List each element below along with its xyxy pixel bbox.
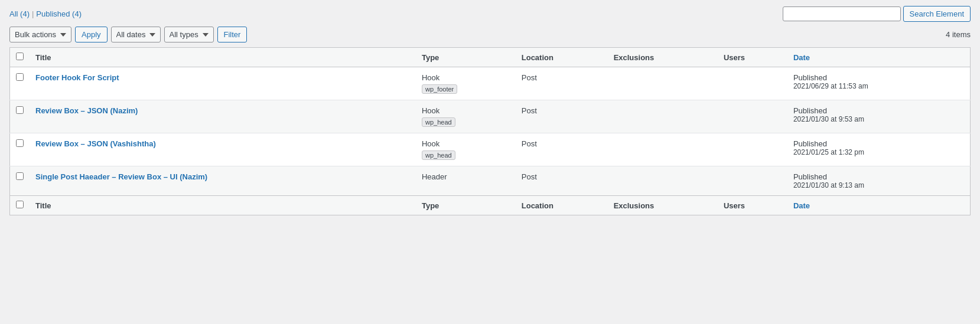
- search-input[interactable]: [783, 6, 901, 21]
- filter-button[interactable]: Filter: [217, 27, 248, 42]
- bulk-actions-select[interactable]: Bulk actions: [9, 27, 71, 42]
- row-date: Published2021/01/25 at 1:32 pm: [787, 133, 971, 166]
- row-checkbox-cell: [10, 100, 30, 133]
- header-checkbox-cell: [10, 48, 30, 67]
- row-date-status: Published: [793, 73, 964, 82]
- header-users: Users: [718, 48, 787, 67]
- all-dates-select[interactable]: All dates: [111, 27, 161, 42]
- page-wrap: All (4) | Published (4) Search Element B…: [0, 0, 980, 324]
- row-date-value: 2021/01/30 at 9:13 am: [793, 181, 964, 189]
- table-row: Review Box – JSON (Vashishtha)Hookwp_hea…: [10, 133, 971, 166]
- apply-button[interactable]: Apply: [75, 27, 108, 42]
- row-date: Published2021/01/30 at 9:13 am: [787, 166, 971, 196]
- table-header-row: Title Type Location Exclusions Users Dat…: [10, 48, 971, 67]
- row-date-status: Published: [793, 172, 964, 181]
- filter-published-count: (4): [72, 9, 82, 18]
- footer-date: Date: [787, 196, 971, 215]
- row-users: [718, 166, 787, 196]
- row-location: Post: [516, 67, 608, 100]
- row-type-label: Hook: [422, 106, 439, 115]
- footer-users: Users: [718, 196, 787, 215]
- row-checkbox[interactable]: [16, 73, 24, 81]
- toolbar: Bulk actions Apply All dates All types F…: [9, 27, 971, 42]
- header-date: Date: [787, 48, 971, 67]
- row-checkbox[interactable]: [16, 106, 24, 114]
- row-date-value: 2021/06/29 at 11:53 am: [793, 82, 964, 90]
- table-row: Footer Hook For ScriptHookwp_footerPostP…: [10, 67, 971, 100]
- row-exclusions: [608, 67, 718, 100]
- row-location: Post: [516, 133, 608, 166]
- row-users: [718, 133, 787, 166]
- row-type: Hookwp_head: [416, 100, 516, 133]
- row-type-label: Hook: [422, 139, 439, 148]
- footer-location: Location: [516, 196, 608, 215]
- footer-type: Type: [416, 196, 516, 215]
- row-date: Published2021/06/29 at 11:53 am: [787, 67, 971, 100]
- hook-tag-badge: wp_head: [422, 150, 455, 160]
- filter-all-count: (4): [20, 9, 30, 18]
- row-title: Review Box – JSON (Nazim): [30, 100, 416, 133]
- row-title-link[interactable]: Single Post Haeader – Review Box – UI (N…: [35, 172, 207, 181]
- filter-published-link[interactable]: Published (4): [36, 9, 82, 18]
- table-row: Single Post Haeader – Review Box – UI (N…: [10, 166, 971, 196]
- row-exclusions: [608, 166, 718, 196]
- row-type: Hookwp_footer: [416, 67, 516, 100]
- row-checkbox-cell: [10, 166, 30, 196]
- row-checkbox[interactable]: [16, 172, 24, 180]
- row-location: Post: [516, 100, 608, 133]
- row-date-value: 2021/01/25 at 1:32 pm: [793, 148, 964, 156]
- all-types-select[interactable]: All types: [164, 27, 214, 42]
- row-checkbox[interactable]: [16, 139, 24, 147]
- header-location: Location: [516, 48, 608, 67]
- row-location: Post: [516, 166, 608, 196]
- table-row: Review Box – JSON (Nazim)Hookwp_headPost…: [10, 100, 971, 133]
- header-exclusions: Exclusions: [608, 48, 718, 67]
- select-all-checkbox[interactable]: [16, 53, 24, 60]
- elements-table: Title Type Location Exclusions Users Dat…: [9, 47, 971, 215]
- row-users: [718, 67, 787, 100]
- filter-published-label: Published: [36, 9, 70, 18]
- row-type-label: Hook: [422, 73, 439, 82]
- row-type: Header: [416, 166, 516, 196]
- hook-tag-badge: wp_footer: [422, 84, 457, 94]
- row-checkbox-cell: [10, 133, 30, 166]
- row-title: Single Post Haeader – Review Box – UI (N…: [30, 166, 416, 196]
- row-type-label: Header: [422, 172, 447, 181]
- header-title: Title: [30, 48, 416, 67]
- search-element-button[interactable]: Search Element: [903, 6, 971, 22]
- row-title-link[interactable]: Review Box – JSON (Vashishtha): [35, 139, 156, 148]
- row-date-status: Published: [793, 106, 964, 115]
- footer-exclusions: Exclusions: [608, 196, 718, 215]
- filter-sep: |: [32, 9, 34, 18]
- row-title: Review Box – JSON (Vashishtha): [30, 133, 416, 166]
- footer-checkbox-cell: [10, 196, 30, 215]
- row-title-link[interactable]: Review Box – JSON (Nazim): [35, 106, 138, 115]
- row-type: Hookwp_head: [416, 133, 516, 166]
- filter-links: All (4) | Published (4): [9, 9, 82, 18]
- row-exclusions: [608, 133, 718, 166]
- search-box-area: Search Element: [783, 6, 971, 22]
- table-body: Footer Hook For ScriptHookwp_footerPostP…: [10, 67, 971, 196]
- row-date: Published2021/01/30 at 9:53 am: [787, 100, 971, 133]
- header-type: Type: [416, 48, 516, 67]
- row-checkbox-cell: [10, 67, 30, 100]
- table-footer-row: Title Type Location Exclusions Users Dat…: [10, 196, 971, 215]
- row-date-status: Published: [793, 139, 964, 148]
- filter-all-link[interactable]: All (4): [9, 9, 30, 18]
- row-exclusions: [608, 100, 718, 133]
- select-all-footer-checkbox[interactable]: [16, 201, 24, 208]
- row-users: [718, 100, 787, 133]
- row-date-value: 2021/01/30 at 9:53 am: [793, 115, 964, 123]
- footer-title: Title: [30, 196, 416, 215]
- filter-all-label: All: [9, 9, 18, 18]
- hook-tag-badge: wp_head: [422, 117, 455, 127]
- row-title: Footer Hook For Script: [30, 67, 416, 100]
- top-bar: All (4) | Published (4) Search Element: [9, 6, 971, 22]
- row-title-link[interactable]: Footer Hook For Script: [35, 73, 119, 82]
- items-count: 4 items: [946, 30, 971, 39]
